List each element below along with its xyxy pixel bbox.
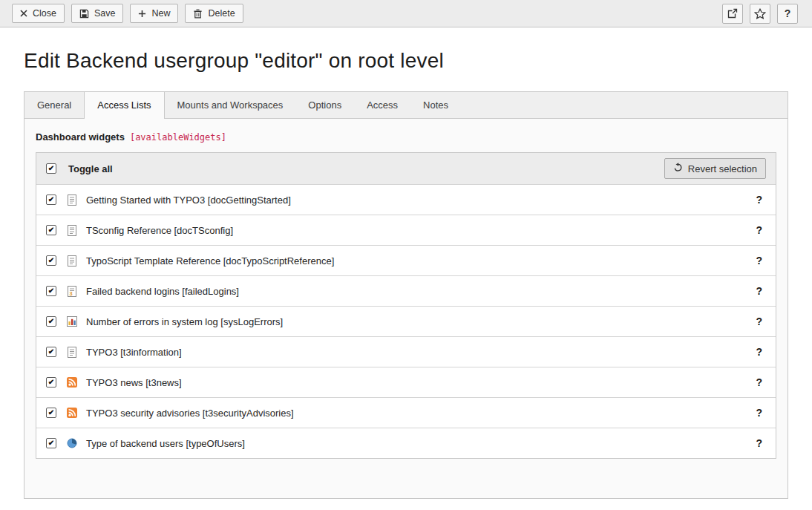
rss-icon [66, 377, 78, 388]
trash-icon [193, 9, 203, 19]
widgets-table: ✔ Toggle all Revert selection ✔ Getting … [36, 152, 776, 459]
close-icon [20, 10, 27, 17]
widget-label: TYPO3 [t3information] [86, 347, 752, 358]
row-checkbox[interactable]: ✔ [46, 438, 56, 448]
tab-options[interactable]: Options [295, 92, 354, 118]
page-title: Edit Backend usergroup "editor" on root … [24, 49, 788, 73]
revert-icon [673, 163, 683, 174]
close-button-label: Close [33, 7, 56, 19]
widget-label: TSconfig Reference [docTSconfig] [86, 225, 752, 236]
save-button[interactable]: Save [71, 4, 124, 23]
row-checkbox[interactable]: ✔ [46, 255, 56, 266]
revert-selection-button[interactable]: Revert selection [664, 158, 766, 179]
widget-label: TypoScript Template Reference [docTypoSc… [86, 255, 752, 267]
row-help-button[interactable]: ? [752, 285, 766, 297]
table-row[interactable]: ✔ Number of errors in system log [sysLog… [36, 306, 776, 336]
widget-label: TYPO3 news [t3news] [86, 377, 752, 388]
delete-button[interactable]: Delete [185, 4, 243, 23]
table-row[interactable]: ✔ TYPO3 [t3information] ? [36, 336, 776, 367]
open-in-new-window-button[interactable] [722, 4, 743, 24]
document-icon [66, 255, 78, 267]
save-icon [79, 9, 89, 19]
tab-panel-access-lists: Dashboard widgets[availableWidgets] ✔ To… [24, 119, 788, 499]
table-row[interactable]: ✔ TYPO3 security advisories [t3securityA… [36, 397, 776, 428]
document-icon [66, 194, 78, 206]
row-help-button[interactable]: ? [752, 194, 766, 206]
row-checkbox[interactable]: ✔ [46, 286, 56, 296]
rss-icon [66, 408, 78, 418]
tab-bar: General Access Lists Mounts and Workspac… [24, 91, 788, 119]
bookmark-button[interactable] [750, 4, 770, 24]
row-checkbox[interactable]: ✔ [46, 194, 56, 205]
row-help-button[interactable]: ? [752, 224, 766, 236]
widget-label: Type of backend users [typeOfUsers] [86, 438, 752, 449]
tab-access-lists[interactable]: Access Lists [84, 92, 164, 119]
help-icon: ? [785, 7, 791, 19]
table-header-row: ✔ Toggle all Revert selection [36, 153, 776, 184]
tab-notes[interactable]: Notes [410, 92, 461, 118]
docheader-icon-group: ? [722, 4, 798, 24]
row-help-button[interactable]: ? [752, 376, 766, 388]
table-row[interactable]: ✔ TypoScript Template Reference [docTypo… [36, 245, 776, 275]
document-icon [66, 225, 78, 236]
row-checkbox[interactable]: ✔ [46, 225, 56, 235]
docheader-button-group: Close Save New [12, 4, 243, 23]
toggle-all-checkbox[interactable]: ✔ [46, 163, 56, 174]
svg-text:3: 3 [70, 290, 73, 297]
section-title: Dashboard widgets [36, 131, 125, 143]
save-button-label: Save [94, 7, 116, 19]
list-number-icon: 3 [66, 286, 78, 297]
row-help-button[interactable]: ? [752, 316, 766, 327]
help-button[interactable]: ? [777, 4, 798, 24]
widget-label: Getting Started with TYPO3 [docGettingSt… [86, 194, 752, 206]
tab-mounts-and-workspaces[interactable]: Mounts and Workspaces [165, 92, 296, 118]
new-button-label: New [151, 7, 170, 19]
docheader: Close Save New [0, 0, 812, 27]
table-row[interactable]: ✔ Type of backend users [typeOfUsers] ? [36, 428, 776, 458]
tab-general[interactable]: General [24, 92, 84, 118]
document-icon [66, 347, 78, 358]
bar-chart-icon [66, 316, 78, 327]
widget-label: Number of errors in system log [sysLogEr… [86, 316, 752, 327]
row-help-button[interactable]: ? [752, 437, 766, 449]
tab-access[interactable]: Access [354, 92, 410, 118]
delete-button-label: Delete [208, 7, 235, 19]
row-checkbox[interactable]: ✔ [46, 316, 56, 327]
row-help-button[interactable]: ? [752, 346, 766, 358]
new-button[interactable]: New [130, 4, 178, 23]
close-button[interactable]: Close [12, 4, 65, 23]
open-in-new-window-icon [727, 8, 738, 19]
table-row[interactable]: ✔ TYPO3 news [t3news] ? [36, 367, 776, 397]
row-checkbox[interactable]: ✔ [46, 347, 56, 357]
row-checkbox[interactable]: ✔ [46, 377, 56, 388]
table-row[interactable]: ✔ TSconfig Reference [docTSconfig] ? [36, 215, 776, 245]
bookmark-star-icon [754, 8, 766, 19]
toggle-all-label: Toggle all [68, 163, 664, 174]
table-row[interactable]: ✔ Getting Started with TYPO3 [docGetting… [36, 184, 776, 215]
table-row[interactable]: ✔ 3 Failed backend logins [failedLogins]… [36, 275, 776, 306]
row-checkbox[interactable]: ✔ [46, 408, 56, 418]
section-field-code: [availableWidgets] [130, 132, 226, 143]
plus-icon [138, 10, 146, 18]
section-label: Dashboard widgets[availableWidgets] [36, 131, 776, 143]
pie-chart-icon [66, 438, 78, 448]
widget-label: TYPO3 security advisories [t3securityAdv… [86, 408, 752, 419]
widget-label: Failed backend logins [failedLogins] [86, 286, 752, 297]
row-help-button[interactable]: ? [752, 255, 766, 267]
revert-selection-label: Revert selection [688, 163, 757, 174]
row-help-button[interactable]: ? [752, 407, 766, 419]
